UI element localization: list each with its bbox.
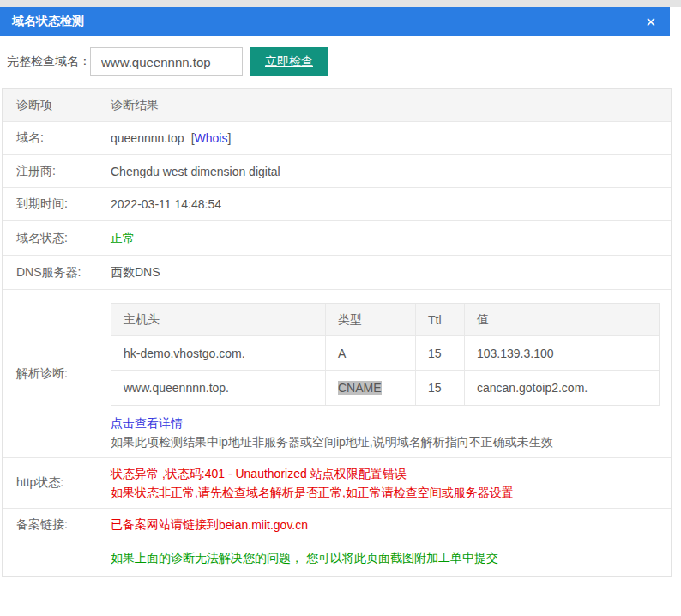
footer-tip-text: 如果上面的诊断无法解决您的问题， 您可以将此页面截图附加工单中提交 [111,551,498,566]
dns-value: 西数DNS [99,256,671,289]
table-header-row: 诊断项 诊断结果 [3,89,671,122]
table-row-registrar: 注册商: Chengdu west dimension digital [3,155,671,188]
domain-input-label: 完整检查域名： [7,47,91,76]
dns-record-ttl: 15 [416,371,465,405]
domain-status-value: 正常 [111,231,135,246]
table-row-beian: 备案链接: 已备案网站请链接到 beian.miit.gov.cn [3,509,671,541]
expire-value: 2022-03-11 14:48:54 [99,188,671,220]
dns-header-host: 主机头 [111,304,326,335]
view-details-link[interactable]: 点击查看详情 [111,416,183,432]
header-item: 诊断项 [3,89,99,121]
table-row-resolve: 解析诊断: 主机头 类型 Ttl 值 hk-demo.vhostgo.com. … [3,290,671,458]
diagnosis-table: 诊断项 诊断结果 域名: queennnn.top [Whois] 注册商: C… [2,88,672,577]
whois-link[interactable]: Whois [195,131,228,145]
dns-label: DNS服务器: [3,256,99,289]
dns-header-type: 类型 [326,304,416,335]
dns-record-host: www.queennnn.top. [111,371,326,405]
dns-record-type-selected: CNAME [338,381,382,395]
check-now-button[interactable]: 立即检查 [250,47,328,76]
dialog-titlebar: 域名状态检测 ✕ [0,7,670,36]
domain-input[interactable] [90,47,243,76]
http-status-label: http状态: [3,458,99,508]
domain-value: queennnn.top [111,131,184,145]
expire-label: 到期时间: [3,188,99,220]
dns-record-row: hk-demo.vhostgo.com. A 15 103.139.3.100 [111,336,659,371]
table-row-footer-tip: 如果上面的诊断无法解决您的问题， 您可以将此页面截图附加工单中提交 [3,541,671,576]
beian-text: 已备案网站请链接到 [111,517,219,533]
table-row-domain-status: 域名状态: 正常 [3,221,671,256]
table-row-dns: DNS服务器: 西数DNS [3,256,671,290]
dns-header-ttl: Ttl [416,304,465,335]
dns-records-header-row: 主机头 类型 Ttl 值 [111,304,659,336]
resolve-note: 如果此项检测结果中ip地址非服务器或空间ip地址,说明域名解析指向不正确或未生效 [111,435,553,450]
dns-header-value: 值 [465,304,659,335]
table-row-expire: 到期时间: 2022-03-11 14:48:54 [3,188,671,221]
close-icon[interactable]: ✕ [645,15,656,28]
dns-record-value: 103.139.3.100 [465,336,659,370]
registrar-value: Chengdu west dimension digital [99,155,671,187]
dialog-title: 域名状态检测 [12,14,84,29]
dns-record-type: A [326,336,416,370]
dns-record-host: hk-demo.vhostgo.com. [111,336,326,370]
check-now-button-label: 立即检查 [265,54,313,68]
domain-status-label: 域名状态: [3,221,99,255]
registrar-label: 注册商: [3,155,99,187]
dns-record-row: www.queennnn.top. CNAME 15 cancan.gotoip… [111,371,659,405]
header-result: 诊断结果 [99,89,671,121]
http-status-line1: 状态异常 ,状态码:401 - Unauthorized 站点权限配置错误 [111,464,407,483]
domain-label: 域名: [3,122,99,154]
table-row-http-status: http状态: 状态异常 ,状态码:401 - Unauthorized 站点权… [3,458,671,509]
table-row-domain: 域名: queennnn.top [Whois] [3,122,671,155]
http-status-line2: 如果状态非正常,请先检查域名解析是否正常,如正常请检查空间或服务器设置 [111,483,514,502]
dns-record-ttl: 15 [416,336,465,370]
dns-record-value: cancan.gotoip2.com. [465,371,659,405]
page-top-strip [0,0,681,7]
beian-label: 备案链接: [3,509,99,541]
resolve-label: 解析诊断: [3,290,99,457]
whois-bracket-close: ] [227,131,231,145]
beian-link[interactable]: beian.miit.gov.cn [219,518,308,532]
footer-empty-label [3,541,99,576]
dns-records-table: 主机头 类型 Ttl 值 hk-demo.vhostgo.com. A 15 1… [111,303,660,406]
